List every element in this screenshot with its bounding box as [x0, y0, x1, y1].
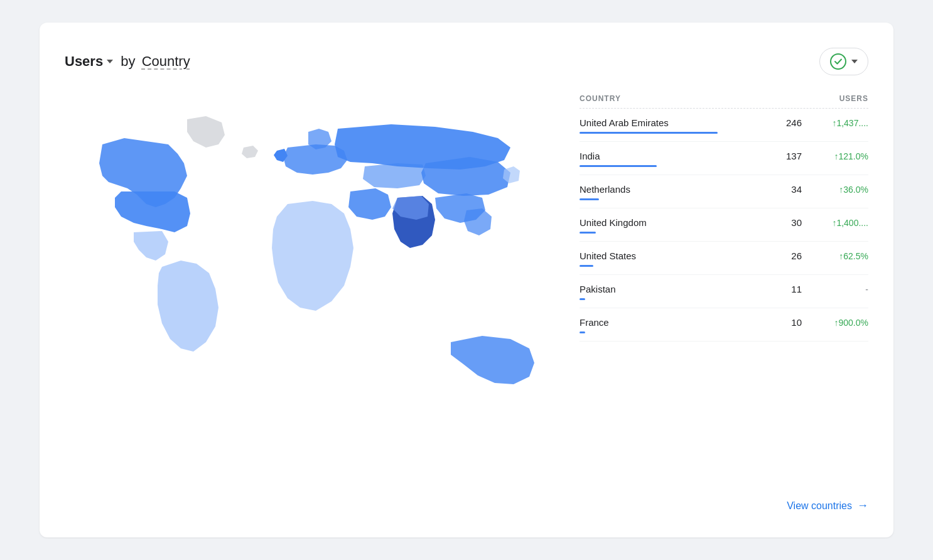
arrow-right-icon: →: [857, 499, 868, 512]
table-row[interactable]: United States 26 ↑62.5%: [580, 242, 868, 275]
progress-bar-container: [580, 132, 868, 135]
row-data-3: United Kingdom 30 ↑1,400....: [580, 208, 868, 232]
country-name: India: [580, 151, 600, 161]
progress-bar: [580, 265, 593, 267]
map-area: [65, 94, 554, 512]
title-by: by: [117, 53, 139, 70]
change-value: ↑1,437....: [812, 118, 868, 128]
change-value: ↑62.5%: [812, 251, 868, 261]
title-country: Country: [142, 53, 190, 70]
country-name: United Arab Emirates: [580, 117, 669, 128]
table-row[interactable]: Netherlands 34 ↑36.0%: [580, 175, 868, 208]
progress-bar: [580, 331, 585, 333]
change-value: ↑1,400....: [812, 218, 868, 228]
row-right: 11 -: [777, 284, 868, 294]
title-area: Users by Country: [65, 53, 190, 70]
progress-bar: [580, 132, 718, 134]
users-count: 11: [777, 284, 802, 294]
view-countries-link[interactable]: View countries →: [580, 499, 868, 512]
table-row[interactable]: India 137 ↑121.0%: [580, 142, 868, 175]
table-header-row: COUNTRY USERS: [580, 94, 868, 103]
chevron-down-icon: [851, 60, 858, 63]
users-count: 30: [777, 217, 802, 228]
row-data-2: Netherlands 34 ↑36.0%: [580, 175, 868, 198]
progress-bar-container: [580, 298, 868, 301]
row-right: 246 ↑1,437....: [777, 117, 868, 128]
row-right: 10 ↑900.0%: [777, 317, 868, 328]
progress-bar-container: [580, 331, 868, 335]
country-name: France: [580, 317, 609, 328]
users-count: 10: [777, 317, 802, 328]
change-value: ↑900.0%: [812, 318, 868, 328]
change-value: ↑36.0%: [812, 185, 868, 195]
country-name: Netherlands: [580, 184, 630, 195]
progress-bar: [580, 165, 657, 167]
table-row[interactable]: Pakistan 11 -: [580, 275, 868, 308]
column-country-header: COUNTRY: [580, 94, 621, 103]
check-icon: [830, 53, 846, 70]
compare-button[interactable]: [819, 48, 868, 75]
row-right: 30 ↑1,400....: [777, 217, 868, 228]
card-header: Users by Country: [65, 48, 868, 75]
users-count: 137: [777, 151, 802, 161]
progress-bar: [580, 232, 596, 234]
table-row[interactable]: United Arab Emirates 246 ↑1,437....: [580, 109, 868, 142]
row-data-5: Pakistan 11 -: [580, 275, 868, 298]
world-map: [65, 94, 554, 433]
title-users: Users: [65, 53, 103, 70]
table-rows: United Arab Emirates 246 ↑1,437.... Indi…: [580, 109, 868, 484]
change-value: ↑121.0%: [812, 151, 868, 161]
row-right: 137 ↑121.0%: [777, 151, 868, 161]
users-count: 26: [777, 250, 802, 261]
row-data-1: India 137 ↑121.0%: [580, 142, 868, 165]
row-data-4: United States 26 ↑62.5%: [580, 242, 868, 265]
row-right: 26 ↑62.5%: [777, 250, 868, 261]
progress-bar-container: [580, 165, 868, 168]
progress-bar: [580, 198, 599, 200]
change-value: -: [812, 284, 868, 294]
checkmark-svg: [834, 57, 843, 66]
progress-bar-container: [580, 265, 868, 268]
view-countries-text: View countries: [787, 500, 852, 512]
users-count: 246: [777, 117, 802, 128]
users-count: 34: [777, 184, 802, 195]
table-area: COUNTRY USERS United Arab Emirates 246 ↑…: [554, 94, 868, 512]
row-data-6: France 10 ↑900.0%: [580, 308, 868, 331]
content-area: COUNTRY USERS United Arab Emirates 246 ↑…: [65, 94, 868, 512]
row-data-0: United Arab Emirates 246 ↑1,437....: [580, 109, 868, 132]
table-row[interactable]: France 10 ↑900.0%: [580, 308, 868, 342]
users-dropdown-icon[interactable]: [107, 60, 113, 63]
table-row[interactable]: United Kingdom 30 ↑1,400....: [580, 208, 868, 242]
row-right: 34 ↑36.0%: [777, 184, 868, 195]
column-users-header: USERS: [839, 94, 868, 103]
progress-bar: [580, 298, 585, 300]
progress-bar-container: [580, 232, 868, 235]
main-card: Users by Country: [40, 23, 893, 537]
progress-bar-container: [580, 198, 868, 202]
country-name: Pakistan: [580, 284, 616, 294]
country-name: United States: [580, 250, 636, 261]
country-name: United Kingdom: [580, 217, 647, 228]
